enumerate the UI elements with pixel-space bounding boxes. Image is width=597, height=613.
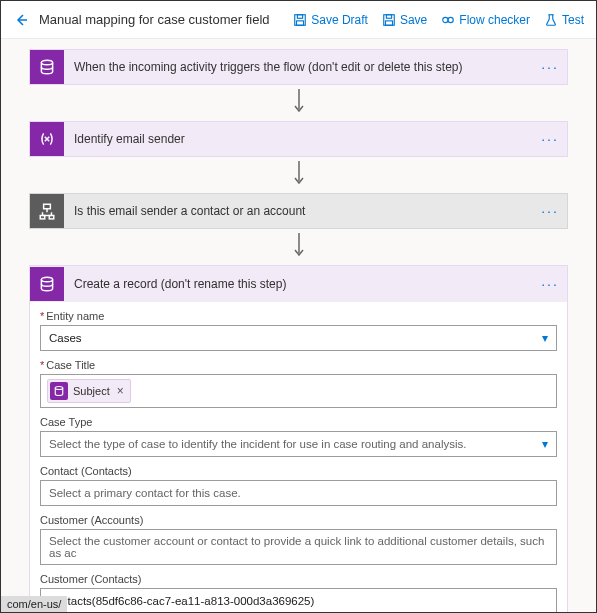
save-icon [382,13,396,27]
flow-checker-icon [441,13,455,27]
connector-arrow [29,85,568,121]
svg-rect-11 [49,216,54,219]
condition-icon [30,194,64,228]
test-label: Test [562,13,584,27]
save-draft-button[interactable]: Save Draft [287,9,374,31]
svg-rect-1 [298,14,303,18]
entity-name-label: Entity name [40,310,557,322]
contact-placeholder: Select a primary contact for this case. [49,487,241,499]
svg-point-12 [41,277,52,282]
save-draft-label: Save Draft [311,13,368,27]
customer-accounts-label: Customer (Accounts) [40,514,557,526]
step-trigger-menu[interactable]: ··· [533,59,567,75]
variable-icon [30,122,64,156]
step-trigger-label: When the incoming activity triggers the … [64,60,533,74]
case-title-input[interactable]: Subject × [40,374,557,408]
customer-contacts-input[interactable]: contacts(85df6c86-cac7-ea11-a813-000d3a3… [40,588,557,612]
step-create-record: Create a record (don't rename this step)… [29,265,568,612]
step-identify-menu[interactable]: ··· [533,131,567,147]
case-title-label: Case Title [40,359,557,371]
case-type-select[interactable]: Select the type of case to identify the … [40,431,557,457]
customer-contacts-label: Customer (Contacts) [40,573,557,585]
subject-token-label: Subject [73,385,110,397]
svg-point-13 [55,387,63,390]
step-identify-label: Identify email sender [64,132,533,146]
save-draft-icon [293,13,307,27]
save-button[interactable]: Save [376,9,433,31]
step-create-body: Entity name Cases ▾ Case Title Subject × [30,302,567,612]
step-identify[interactable]: Identify email sender ··· [29,121,568,157]
flow-checker-label: Flow checker [459,13,530,27]
step-create-header[interactable]: Create a record (don't rename this step)… [30,266,567,302]
url-fragment: com/en-us/ [1,596,67,612]
step-condition[interactable]: Is this email sender a contact or an acc… [29,193,568,229]
case-type-label: Case Type [40,416,557,428]
customer-contacts-value: contacts(85df6c86-cac7-ea11-a813-000d3a3… [49,595,314,607]
step-create-menu[interactable]: ··· [533,276,567,292]
toolbar: Save Draft Save Flow checker Test [287,9,590,31]
arrow-left-icon [13,12,29,28]
test-button[interactable]: Test [538,9,590,31]
remove-token-icon[interactable]: × [117,384,124,398]
flow-checker-button[interactable]: Flow checker [435,9,536,31]
step-create-label: Create a record (don't rename this step) [64,277,533,291]
canvas: When the incoming activity triggers the … [1,39,596,612]
svg-rect-10 [40,216,45,219]
svg-point-7 [448,17,453,22]
database-icon [30,267,64,301]
back-button[interactable] [7,6,35,34]
customer-accounts-placeholder: Select the customer account or contact t… [49,535,548,559]
step-trigger[interactable]: When the incoming activity triggers the … [29,49,568,85]
subject-token[interactable]: Subject × [47,379,131,403]
svg-rect-4 [386,14,391,18]
svg-rect-5 [385,20,392,24]
database-icon [50,382,68,400]
step-condition-label: Is this email sender a contact or an acc… [64,204,533,218]
connector-arrow [29,229,568,265]
topbar: Manual mapping for case customer field S… [1,1,596,39]
case-type-placeholder: Select the type of case to identify the … [49,438,466,450]
beaker-icon [544,13,558,27]
svg-point-6 [443,17,448,22]
svg-rect-9 [44,204,51,209]
chevron-down-icon: ▾ [542,437,548,451]
customer-accounts-input[interactable]: Select the customer account or contact t… [40,529,557,565]
page-title: Manual mapping for case customer field [39,12,270,27]
connector-arrow [29,157,568,193]
entity-name-select[interactable]: Cases ▾ [40,325,557,351]
save-label: Save [400,13,427,27]
contact-label: Contact (Contacts) [40,465,557,477]
database-icon [30,50,64,84]
step-condition-menu[interactable]: ··· [533,203,567,219]
svg-rect-2 [297,20,304,24]
svg-point-8 [41,60,52,65]
chevron-down-icon: ▾ [542,331,548,345]
entity-name-value: Cases [49,332,82,344]
contact-input[interactable]: Select a primary contact for this case. [40,480,557,506]
